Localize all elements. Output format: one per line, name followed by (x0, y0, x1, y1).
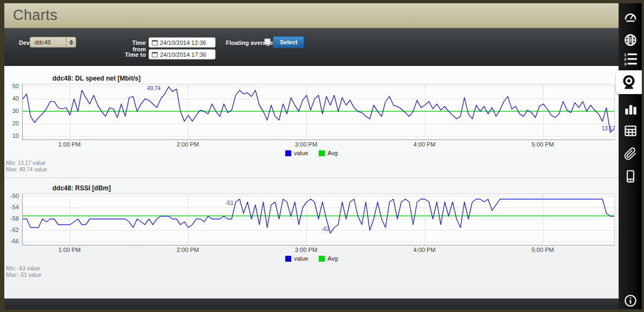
sidebar-item-bar-chart[interactable] (619, 99, 642, 119)
legend-value-swatch (285, 256, 291, 262)
point-value-label: 49.74 (147, 85, 160, 91)
y-tick-label: -50 (10, 192, 19, 199)
right-icon-rail: 1 2 3 (619, 3, 642, 309)
x-tick-label: 5:00 PM (524, 247, 562, 253)
y-tick-label: 20 (12, 120, 19, 127)
chart-stats: Min: -63 value Max: -51 value (6, 265, 619, 278)
legend-avg-swatch (319, 150, 325, 156)
min-stat: Min: 13.17 value (6, 160, 619, 167)
y-tick-label: -54 (10, 204, 19, 210)
y-tick-label: 30 (12, 108, 19, 114)
y-tick-label: -66 (10, 238, 19, 244)
chart-canvas (23, 84, 614, 140)
page-title: Charts (13, 7, 619, 24)
point-value-label: -51 (226, 200, 233, 206)
x-axis: 1:00 PM2:00 PM3:00 PM4:00 PM5:00 PM (22, 245, 615, 254)
legend-avg-label: Avg (327, 150, 338, 156)
footer-bar (4, 298, 619, 309)
y-tick-label: 50 (12, 83, 19, 89)
y-tick-label: 10 (12, 132, 19, 139)
mobile-phone-icon (623, 169, 638, 183)
charts-content: ddc48: DL speed net [Mbit/s] 5040302010 … (4, 66, 619, 298)
svg-text:3: 3 (624, 62, 627, 65)
point-value-label: 13.17 (602, 125, 615, 131)
svg-text:2: 2 (624, 57, 627, 62)
app-window: Charts Device ddc48 Time from 24/10/2014… (4, 3, 619, 309)
sidebar-item-dashboard[interactable] (619, 8, 642, 27)
chart-title: ddc48: DL speed net [Mbit/s] (52, 75, 619, 82)
min-stat: Min: -63 value (6, 265, 619, 272)
x-tick-label: 4:00 PM (406, 141, 444, 148)
legend-avg-swatch (319, 256, 325, 262)
page-header: Charts (4, 3, 619, 28)
filter-toolbar: Device ddc48 Time from 24/10/2014 12:36 … (4, 28, 619, 66)
device-select[interactable]: ddc48 (30, 37, 76, 48)
numbered-list-icon: 1 2 3 (623, 51, 638, 65)
x-tick-label: 2:00 PM (169, 141, 207, 148)
sidebar-item-info[interactable] (619, 291, 642, 310)
webcam-icon (621, 74, 637, 90)
time-from-label: Time from (118, 39, 146, 52)
info-icon (623, 294, 638, 308)
globe-icon (623, 33, 638, 47)
time-to-label: Time to (118, 51, 146, 58)
y-axis: 5040302010 (5, 84, 21, 148)
max-stat: Max: 49.74 value (6, 167, 619, 173)
sidebar-item-data-table[interactable] (619, 121, 642, 141)
x-tick-label: 5:00 PM (524, 141, 562, 148)
max-stat: Max: -51 value (6, 272, 619, 278)
point-value-label: -63 (321, 226, 329, 232)
x-tick-label: 1:00 PM (51, 247, 89, 253)
chart-plot-area[interactable]: 49.7413.17 (22, 84, 615, 140)
x-tick-label: 3:00 PM (287, 141, 325, 148)
x-tick-label: 3:00 PM (287, 247, 325, 253)
sidebar-item-network[interactable] (619, 30, 642, 50)
chart-stats: Min: 13.17 value Max: 49.74 value (6, 160, 619, 173)
y-axis: -50-54-58-62-66 (5, 194, 21, 254)
legend-value-label: value (294, 255, 308, 262)
time-to-input[interactable]: 24/10/2014 17:36 (149, 49, 216, 59)
paperclip-icon (623, 147, 638, 161)
svg-text:1: 1 (624, 52, 627, 57)
bar-chart-icon (623, 102, 638, 116)
time-to-value: 24/10/2014 17:36 (160, 51, 206, 58)
floating-average-checkbox[interactable] (264, 38, 271, 45)
x-tick-label: 2:00 PM (169, 247, 207, 253)
time-from-input[interactable]: 24/10/2014 12:36 (149, 37, 216, 48)
calendar-icon (152, 40, 158, 45)
calendar-icon (152, 52, 158, 57)
table-icon (623, 124, 638, 138)
sidebar-item-attachments[interactable] (619, 144, 642, 163)
select-button[interactable]: Select (273, 36, 304, 48)
chart-plot-area[interactable]: -51-63 (22, 194, 615, 245)
device-select-value: ddc48 (30, 39, 66, 45)
x-axis: 1:00 PM2:00 PM3:00 PM4:00 PM5:00 PM (22, 140, 615, 148)
y-tick-label: -58 (10, 215, 19, 222)
chart-panel-dl-speed: ddc48: DL speed net [Mbit/s] 5040302010 … (4, 66, 619, 173)
chart-legend: value Avg (4, 149, 619, 157)
chart-title: ddc48: RSSI [dBm] (52, 184, 619, 192)
chart-legend: value Avg (4, 254, 619, 263)
sidebar-item-webcam-active[interactable] (616, 70, 642, 94)
sidebar-item-numbered-list[interactable]: 1 2 3 (619, 49, 642, 68)
chart-panel-rssi: ddc48: RSSI [dBm] -50-54-58-62-66 -51-63… (4, 177, 619, 278)
chart-canvas (23, 194, 614, 245)
y-tick-label: 40 (12, 95, 19, 102)
gauge-icon (623, 10, 638, 24)
legend-value-swatch (285, 150, 291, 156)
sidebar-item-mobile[interactable] (619, 167, 642, 186)
x-tick-label: 1:00 PM (51, 141, 89, 148)
y-tick-label: -62 (10, 227, 19, 233)
select-spinner-icon[interactable] (66, 37, 76, 47)
legend-avg-label: Avg (327, 255, 338, 262)
x-tick-label: 4:00 PM (406, 247, 444, 253)
time-from-value: 24/10/2014 12:36 (160, 39, 206, 46)
legend-value-label: value (294, 150, 308, 156)
